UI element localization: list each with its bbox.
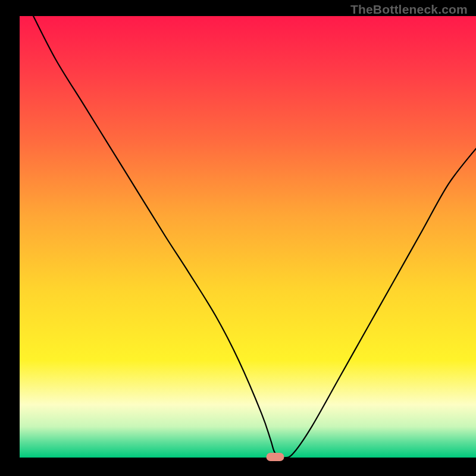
bottleneck-chart [0,0,476,476]
optimum-marker [267,453,284,461]
chart-frame: { "watermark": "TheBottleneck.com", "cha… [0,0,476,476]
watermark-text: TheBottleneck.com [350,2,468,17]
plot-background [20,16,476,458]
